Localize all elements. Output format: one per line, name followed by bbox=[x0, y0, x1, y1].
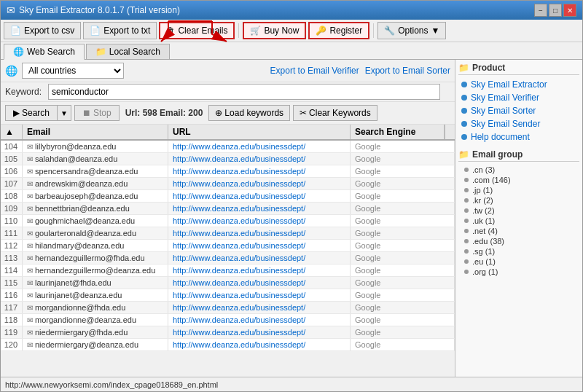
table-row[interactable]: 115 ✉ laurinjanet@fhda.edu http://www.de… bbox=[1, 277, 455, 289]
email-group-item[interactable]: .eu (1) bbox=[458, 256, 579, 267]
cell-url[interactable]: http://www.deanza.edu/businessdept/ bbox=[168, 203, 351, 214]
export-txt-button[interactable]: 📄 Export to txt bbox=[83, 22, 157, 39]
product-item[interactable]: Sky Email Extractor bbox=[458, 78, 579, 91]
email-group-item[interactable]: .tw (2) bbox=[458, 205, 579, 216]
stop-button[interactable]: ⏹ Stop bbox=[74, 105, 120, 121]
email-icon: ✉ bbox=[27, 217, 33, 225]
email-icon: ✉ bbox=[27, 291, 33, 299]
email-icon: ✉ bbox=[27, 279, 33, 287]
cell-url[interactable]: http://www.deanza.edu/businessdept/ bbox=[168, 215, 351, 227]
cell-url[interactable]: http://www.deanza.edu/businessdept/ bbox=[168, 277, 351, 289]
email-group-item[interactable]: .uk (1) bbox=[458, 216, 579, 226]
table-row[interactable]: 107 ✉ andrewskim@deanza.edu http://www.d… bbox=[1, 178, 455, 190]
email-group-item[interactable]: .cn (3) bbox=[458, 165, 579, 175]
cell-url[interactable]: http://www.deanza.edu/businessdept/ bbox=[168, 227, 351, 239]
email-group-item[interactable]: .org (1) bbox=[458, 267, 579, 277]
maximize-button[interactable]: □ bbox=[549, 4, 562, 17]
email-group-item[interactable]: .jp (1) bbox=[458, 185, 579, 195]
product-item[interactable]: Sky Email Verifier bbox=[458, 91, 579, 104]
email-group-items-list: .cn (3) .com (146) .jp (1) .kr (2) .tw (… bbox=[458, 165, 579, 277]
product-dot bbox=[461, 108, 467, 114]
email-group-dot bbox=[464, 259, 469, 264]
keyword-input[interactable] bbox=[48, 84, 440, 100]
search-button[interactable]: ▶ Search bbox=[6, 106, 58, 120]
table-row[interactable]: 105 ✉ salahdan@deanza.edu http://www.dea… bbox=[1, 153, 455, 165]
tab-local-search[interactable]: 📁 Local Search bbox=[86, 44, 170, 59]
table-row[interactable]: 112 ✉ hilandmary@deanza.edu http://www.d… bbox=[1, 240, 455, 252]
table-body[interactable]: 104 ✉ lillybyron@deanza.edu http://www.d… bbox=[1, 141, 455, 377]
table-row[interactable]: 119 ✉ niedermiergary@fhda.edu http://www… bbox=[1, 326, 455, 339]
email-group-item[interactable]: .edu (38) bbox=[458, 236, 579, 246]
product-item[interactable]: Sky Email Sender bbox=[458, 117, 579, 130]
register-button[interactable]: 🔑 Register bbox=[308, 22, 369, 39]
country-select[interactable]: All countries bbox=[22, 63, 124, 79]
cell-url[interactable]: http://www.deanza.edu/businessdept/ bbox=[168, 165, 351, 177]
email-icon: ✉ bbox=[27, 192, 33, 200]
clear-keywords-button[interactable]: ✂ Clear Keywords bbox=[293, 105, 377, 121]
product-dot bbox=[461, 82, 467, 87]
window-title: Sky Email Extractor 8.0.1.7 (Trial versi… bbox=[19, 5, 180, 15]
export-csv-button[interactable]: 📄 Export to csv bbox=[4, 22, 81, 39]
tab-web-search[interactable]: 🌐 Web Search bbox=[4, 44, 85, 60]
toolbar-separator-1 bbox=[238, 23, 239, 38]
product-item[interactable]: Sky Email Sorter bbox=[458, 104, 579, 117]
stop-icon: ⏹ bbox=[82, 108, 91, 118]
email-group-item[interactable]: .kr (2) bbox=[458, 195, 579, 205]
clear-emails-button[interactable]: 🗑 Clear Emails bbox=[159, 22, 235, 39]
email-group-label: .tw (2) bbox=[472, 206, 495, 215]
export-verifier-link[interactable]: Export to Email Verifier bbox=[270, 66, 359, 76]
cell-url[interactable]: http://www.deanza.edu/businessdept/ bbox=[168, 264, 351, 276]
load-keywords-button[interactable]: ⊕ Load keywords bbox=[208, 105, 290, 121]
table-row[interactable]: 117 ✉ morgandionne@fhda.edu http://www.d… bbox=[1, 302, 455, 314]
main-area: 🌐 All countries Export to Email Verifier… bbox=[1, 60, 582, 377]
product-dot bbox=[461, 121, 467, 127]
col-engine[interactable]: Search Engine bbox=[351, 125, 445, 139]
table-row[interactable]: 120 ✉ niedermiergary@deanza.edu http://w… bbox=[1, 339, 455, 351]
email-group-label: .eu (1) bbox=[472, 257, 496, 266]
cell-url[interactable]: http://www.deanza.edu/businessdept/ bbox=[168, 190, 351, 202]
cell-url[interactable]: http://www.deanza.edu/businessdept/ bbox=[168, 178, 351, 189]
email-group-item[interactable]: .sg (1) bbox=[458, 246, 579, 256]
table-row[interactable]: 116 ✉ laurinjanet@deanza.edu http://www.… bbox=[1, 289, 455, 302]
email-group-item[interactable]: .com (146) bbox=[458, 175, 579, 185]
table-row[interactable]: 114 ✉ hernandezguillermo@deanza.edu http… bbox=[1, 264, 455, 277]
cell-url[interactable]: http://www.deanza.edu/businessdept/ bbox=[168, 153, 351, 165]
cell-engine: Google bbox=[351, 289, 455, 301]
search-dropdown-arrow[interactable]: ▼ bbox=[58, 106, 71, 120]
cell-engine: Google bbox=[351, 190, 455, 202]
product-item[interactable]: Help document bbox=[458, 130, 579, 144]
cell-url[interactable]: http://www.deanza.edu/businessdept/ bbox=[168, 314, 351, 326]
close-button[interactable]: ✕ bbox=[563, 4, 576, 17]
cell-url[interactable]: http://www.deanza.edu/businessdept/ bbox=[168, 141, 351, 152]
table-row[interactable]: 104 ✉ lillybyron@deanza.edu http://www.d… bbox=[1, 141, 455, 153]
email-group-item[interactable]: .net (4) bbox=[458, 226, 579, 236]
table-row[interactable]: 118 ✉ morgandionne@deanza.edu http://www… bbox=[1, 314, 455, 326]
minimize-button[interactable]: − bbox=[534, 4, 547, 17]
cell-url[interactable]: http://www.deanza.edu/businessdept/ bbox=[168, 289, 351, 301]
cell-engine: Google bbox=[351, 277, 455, 289]
col-email[interactable]: Email bbox=[23, 125, 168, 139]
export-txt-icon: 📄 bbox=[90, 26, 101, 36]
product-items-list: Sky Email Extractor Sky Email Verifier S… bbox=[458, 78, 579, 144]
cell-url[interactable]: http://www.deanza.edu/businessdept/ bbox=[168, 339, 351, 350]
col-url[interactable]: URL bbox=[168, 125, 351, 139]
cell-num: 112 bbox=[1, 240, 23, 251]
buy-now-button[interactable]: 🛒 Buy Now bbox=[243, 22, 306, 39]
table-row[interactable]: 113 ✉ hernandezguillermo@fhda.edu http:/… bbox=[1, 252, 455, 264]
register-icon: 🔑 bbox=[316, 26, 326, 36]
email-table-container: ▲ Email URL Search Engine 104 ✉ lillybyr… bbox=[1, 125, 455, 377]
product-dot bbox=[461, 95, 467, 101]
cell-email: ✉ niedermiergary@deanza.edu bbox=[23, 339, 168, 350]
cell-url[interactable]: http://www.deanza.edu/businessdept/ bbox=[168, 302, 351, 313]
cell-url[interactable]: http://www.deanza.edu/businessdept/ bbox=[168, 252, 351, 264]
table-row[interactable]: 109 ✉ bennettbrian@deanza.edu http://www… bbox=[1, 203, 455, 215]
export-sorter-link[interactable]: Export to Email Sorter bbox=[365, 66, 450, 76]
table-row[interactable]: 106 ✉ spencersandra@deanza.edu http://ww… bbox=[1, 165, 455, 178]
table-row[interactable]: 110 ✉ goughmichael@deanza.edu http://www… bbox=[1, 215, 455, 227]
options-button[interactable]: 🔧 Options ▼ bbox=[377, 22, 446, 39]
table-row[interactable]: 108 ✉ barbeaujoseph@deanza.edu http://ww… bbox=[1, 190, 455, 203]
table-row[interactable]: 111 ✉ goularteronald@deanza.edu http://w… bbox=[1, 227, 455, 240]
cell-url[interactable]: http://www.deanza.edu/businessdept/ bbox=[168, 326, 351, 338]
cell-url[interactable]: http://www.deanza.edu/businessdept/ bbox=[168, 240, 351, 251]
email-group-label: .cn (3) bbox=[472, 165, 495, 174]
